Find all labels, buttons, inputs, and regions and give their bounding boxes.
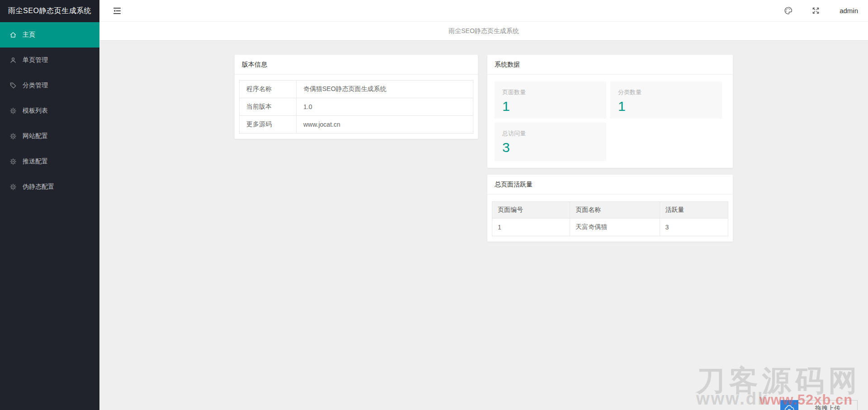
stat-category-count: 分类数量 1 bbox=[610, 81, 722, 119]
stat-label: 页面数量 bbox=[502, 88, 599, 96]
app-logo: 雨尘SEO静态页生成系统 bbox=[0, 0, 99, 22]
upload-dropzone[interactable]: 拖拽上传 bbox=[798, 400, 858, 410]
sidebar-item-label: 主页 bbox=[23, 31, 35, 39]
sidebar-item-categories[interactable]: 分类管理 bbox=[0, 73, 99, 98]
sidebar-item-rewrite-config[interactable]: 伪静态配置 bbox=[0, 174, 99, 200]
upload-button[interactable] bbox=[780, 400, 798, 410]
table-header-row: 页面编号 页面名称 活跃量 bbox=[492, 202, 728, 219]
table-row: 1 天富奇偶猫 3 bbox=[492, 219, 728, 236]
sidebar-item-site-config[interactable]: 网站配置 bbox=[0, 124, 99, 149]
sidebar-item-label: 伪静态配置 bbox=[23, 183, 54, 191]
header-actions: admin bbox=[783, 6, 858, 15]
tab-home[interactable]: 雨尘SEO静态页生成系统 bbox=[440, 27, 527, 35]
top-header: admin bbox=[99, 0, 868, 22]
table-row: 程序名称 奇偶猫SEO静态页面生成系统 bbox=[240, 81, 473, 98]
version-row-value: 1.0 bbox=[297, 98, 473, 116]
version-row-label: 当前版本 bbox=[240, 98, 297, 116]
version-row-label: 程序名称 bbox=[240, 81, 297, 98]
user-menu[interactable]: admin bbox=[840, 7, 858, 14]
column-header: 活跃量 bbox=[660, 202, 728, 219]
main-content: 版本信息 程序名称 奇偶猫SEO静态页面生成系统 当前版本 1.0 bbox=[99, 41, 868, 410]
cell-page-id: 1 bbox=[492, 219, 570, 236]
activity-card-body: 页面编号 页面名称 活跃量 1 天富奇偶猫 3 bbox=[487, 195, 733, 242]
cloud-upload-icon bbox=[784, 404, 795, 410]
cell-page-name: 天富奇偶猫 bbox=[570, 219, 660, 236]
sidebar-item-label: 单页管理 bbox=[23, 56, 48, 64]
sidebar-item-pages[interactable]: 单页管理 bbox=[0, 48, 99, 73]
sidebar-item-push-config[interactable]: 推送配置 bbox=[0, 149, 99, 174]
theme-palette-icon[interactable] bbox=[783, 6, 793, 15]
version-card-body: 程序名称 奇偶猫SEO静态页面生成系统 当前版本 1.0 更多源码 www.jo… bbox=[235, 75, 478, 139]
column-header: 页面编号 bbox=[492, 202, 570, 219]
stat-value: 1 bbox=[618, 99, 714, 114]
sidebar-item-templates[interactable]: 模板列表 bbox=[0, 98, 99, 124]
sidebar-toggle-button[interactable] bbox=[112, 6, 122, 16]
stat-page-count: 页面数量 1 bbox=[495, 81, 606, 119]
system-data-card: 系统数据 页面数量 1 分类数量 1 总访 bbox=[487, 55, 733, 168]
version-row-label: 更多源码 bbox=[240, 116, 297, 133]
home-icon bbox=[9, 31, 17, 38]
sidebar: 雨尘SEO静态页生成系统 主页 单页管理 分类管理 模板列表 网站配置 推送配置… bbox=[0, 0, 99, 410]
upload-dropzone-label: 拖拽上传 bbox=[815, 405, 840, 410]
upload-widget: 拖拽上传 bbox=[780, 400, 858, 410]
table-row: 当前版本 1.0 bbox=[240, 98, 473, 116]
gear-icon bbox=[9, 183, 17, 191]
sidebar-item-label: 分类管理 bbox=[23, 81, 48, 90]
tab-bar: 雨尘SEO静态页生成系统 bbox=[99, 22, 868, 41]
version-table: 程序名称 奇偶猫SEO静态页面生成系统 当前版本 1.0 更多源码 www.jo… bbox=[239, 80, 473, 133]
stat-label: 总访问量 bbox=[502, 129, 599, 138]
gear-icon bbox=[9, 158, 17, 165]
table-row: 更多源码 www.jocat.cn bbox=[240, 116, 473, 133]
fullscreen-icon[interactable] bbox=[811, 6, 821, 15]
gear-icon bbox=[9, 107, 17, 114]
column-header: 页面名称 bbox=[570, 202, 660, 219]
activity-table: 页面编号 页面名称 活跃量 1 天富奇偶猫 3 bbox=[492, 201, 728, 236]
sidebar-item-label: 模板列表 bbox=[23, 107, 48, 115]
activity-card-title: 总页面活跃量 bbox=[487, 175, 733, 195]
version-row-value: 奇偶猫SEO静态页面生成系统 bbox=[297, 81, 473, 98]
tag-icon bbox=[9, 82, 17, 89]
stats-grid: 页面数量 1 分类数量 1 总访问量 3 bbox=[492, 80, 728, 162]
cards-container: 版本信息 程序名称 奇偶猫SEO静态页面生成系统 当前版本 1.0 bbox=[235, 55, 733, 242]
version-row-value: www.jocat.cn bbox=[297, 116, 473, 133]
left-column: 版本信息 程序名称 奇偶猫SEO静态页面生成系统 当前版本 1.0 bbox=[235, 55, 478, 139]
gear-icon bbox=[9, 133, 17, 140]
version-card: 版本信息 程序名称 奇偶猫SEO静态页面生成系统 当前版本 1.0 bbox=[235, 55, 478, 139]
system-card-body: 页面数量 1 分类数量 1 总访问量 3 bbox=[487, 75, 733, 168]
user-icon bbox=[9, 57, 17, 64]
sidebar-item-home[interactable]: 主页 bbox=[0, 22, 99, 48]
app-window: 雨尘SEO静态页生成系统 主页 单页管理 分类管理 模板列表 网站配置 推送配置… bbox=[0, 0, 868, 410]
stat-value: 3 bbox=[502, 140, 599, 155]
cell-activity: 3 bbox=[660, 219, 728, 236]
right-column: 系统数据 页面数量 1 分类数量 1 总访 bbox=[487, 55, 733, 242]
stat-label: 分类数量 bbox=[618, 88, 714, 96]
activity-card: 总页面活跃量 页面编号 页面名称 活跃量 bbox=[487, 175, 733, 242]
system-card-title: 系统数据 bbox=[487, 55, 733, 75]
sidebar-item-label: 网站配置 bbox=[23, 132, 48, 140]
stat-value: 1 bbox=[502, 99, 599, 114]
sidebar-item-label: 推送配置 bbox=[23, 157, 48, 166]
stat-total-visits: 总访问量 3 bbox=[495, 123, 606, 161]
version-card-title: 版本信息 bbox=[235, 55, 478, 75]
